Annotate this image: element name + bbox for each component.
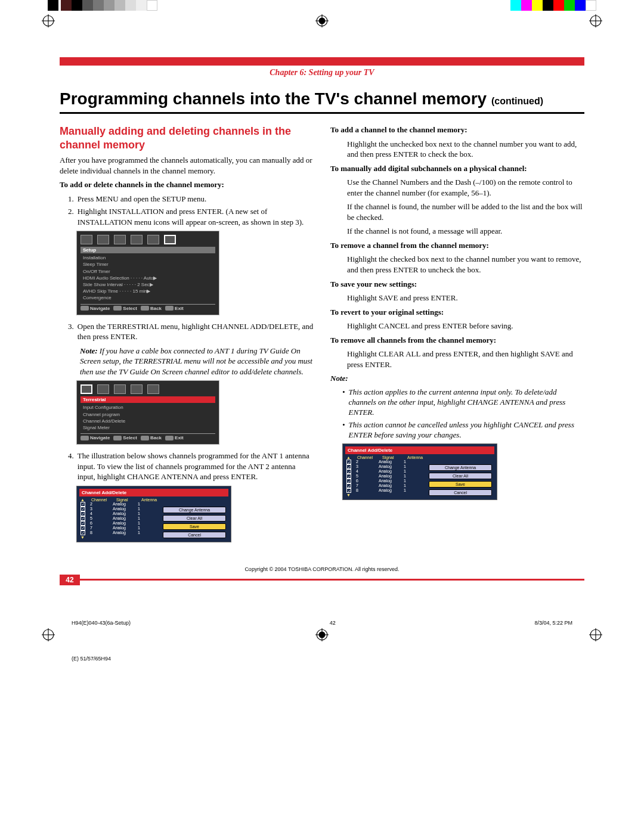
calibration-colorbar [0,0,644,11]
remove-channel-heading: To remove a channel from the channel mem… [330,240,584,251]
cell: 1 [138,516,140,521]
cell: Analog [379,469,399,474]
remove-all-text: Highlight CLEAR ALL and press ENTER, and… [330,349,584,370]
save-text: Highlight SAVE and press ENTER. [330,293,584,303]
note-heading: Note: [330,373,584,384]
cell: 7 [90,526,108,530]
meta-page: 42 [330,620,336,626]
col-head: Signal [382,455,402,460]
title-continued: (continued) [491,96,543,106]
remove-all-heading: To remove all channels from the channel … [330,335,584,346]
cell: 5 [90,516,108,521]
osd-item: Side Show Interval · · · · · 2 Sec▶ [80,281,215,288]
osd-item: Channel program [80,411,215,418]
save-button: Save [429,481,492,488]
col-head: Signal [116,498,137,502]
cell: Analog [379,464,399,469]
cell: 2 [90,502,108,507]
note-label: Note: [80,346,100,355]
cell: 1 [404,469,406,474]
cell: 6 [356,479,374,483]
save-heading: To save your new settings: [330,279,584,290]
cell: Analog [379,483,399,488]
page-number: 42 [60,575,80,585]
add-sub-text3: If the channel is not found, a message w… [330,226,584,237]
footer-bar: 42 [60,575,584,585]
clear-all-button: Clear All [163,515,226,522]
chapter-heading: Chapter 6: Setting up your TV [60,68,584,77]
cell: Analog [379,479,399,483]
channel-add-delete-screenshot-right: Channel Add/Delete ▲ChannelSignalAntenna… [342,443,497,500]
cell: Analog [113,516,133,521]
cell: Analog [113,511,133,516]
edge-code: (E) 51/57/65H94 [0,656,644,662]
osd-nav: Select [123,306,137,311]
copyright-text: Copyright © 2004 TOSHIBA CORPORATION. Al… [60,566,584,572]
col-head: Channel [357,455,377,460]
add-sub-text2: If the channel is found, the number will… [330,201,584,222]
osd-item: Input Configuration [80,404,215,411]
add-channel-heading: To add a channel to the channel memory: [330,125,584,135]
col-head: Antenna [141,498,157,502]
col-head: Antenna [407,455,423,460]
cell: Analog [113,530,133,535]
step-text: Press MENU and open the SETUP menu. [78,194,207,204]
cell: 1 [138,507,140,511]
note-bullet: This action applies to the current anten… [349,387,584,418]
cell: 1 [138,502,140,507]
step-num: 1. [68,194,74,204]
cell: Analog [379,460,399,464]
cell: Analog [113,502,133,507]
title-rule [60,112,584,114]
cell: Analog [113,507,133,511]
cell: 1 [138,521,140,526]
osd-nav: Exit [175,306,184,311]
cell: 4 [90,511,108,516]
cell: 1 [404,464,406,469]
cell: 1 [138,530,140,535]
osd-nav: Back [150,435,162,440]
cell: 1 [404,483,406,488]
cancel-button: Cancel [429,489,492,496]
remove-channel-text: Highlight the checked box next to the ch… [330,254,584,275]
osd-item: Sleep Timer [80,261,215,268]
osd-setup-screenshot: Setup Installation Sleep Timer On/Off Ti… [76,231,219,315]
cell: 4 [356,469,374,474]
step-text: The illustration below shows channels pr… [78,451,314,482]
add-sub-text1: Use the Channel Numbers and the Dash (–/… [330,177,584,198]
section-subhead: Manually adding and deleting channels in… [60,125,314,151]
change-antenna-button: Change Antenna [163,507,226,513]
cell: 1 [404,479,406,483]
clear-all-button: Clear All [429,473,492,479]
osd-title: Terrestrial [80,396,215,403]
osd-nav: Back [150,306,162,311]
osd-item: HDMI Audio Selection · · · · · Auto▶ [80,275,215,281]
osd-title: Setup [80,247,215,253]
step-num: 3. [68,321,74,342]
cell: Analog [379,488,399,493]
tbl-title: Channel Add/Delete [79,489,228,497]
cell: 8 [90,530,108,535]
osd-item: Channel Add/Delete [80,418,215,424]
meta-timestamp: 8/3/04, 5:22 PM [534,620,572,626]
osd-terrestrial-screenshot: Terrestrial Input Configuration Channel … [76,380,219,445]
osd-nav: Exit [175,435,184,440]
revert-text: Highlight CANCEL and press ENTER before … [330,321,584,331]
cell: 3 [90,507,108,511]
title-main: Programming channels into the TV's chann… [60,89,491,108]
revert-heading: To revert to your original settings: [330,307,584,318]
osd-nav: Navigate [90,435,110,440]
cancel-button: Cancel [163,532,226,538]
intro-paragraph: After you have programmed the channels a… [60,155,314,176]
meta-file: H94(E)040-43(6a-Setup) [72,620,131,626]
step-text: Highlight INSTALLATION and press ENTER. … [78,206,314,227]
print-metadata: H94(E)040-43(6a-Setup) 42 8/3/04, 5:22 P… [0,609,644,628]
add-channel-text: Highlight the unchecked box next to the … [330,139,584,160]
note-text: If you have a cable box connected to ANT… [80,346,312,376]
cell: 6 [90,521,108,526]
osd-item: On/Off Timer [80,268,215,275]
step-num: 4. [68,451,74,482]
registration-marks-top [0,14,644,27]
registration-marks-bottom [0,628,644,641]
cell: Analog [113,521,133,526]
